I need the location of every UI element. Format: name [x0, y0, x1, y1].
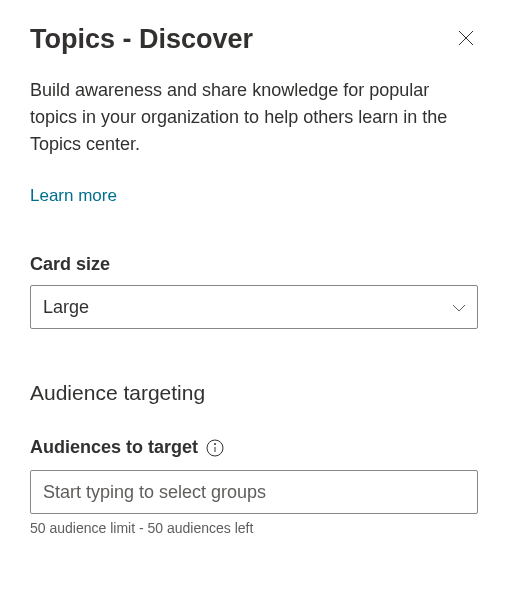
card-size-select-wrapper: Large: [30, 285, 478, 329]
audiences-field-label: Audiences to target: [30, 437, 198, 458]
audiences-label-row: Audiences to target: [30, 437, 478, 458]
card-size-label: Card size: [30, 254, 478, 275]
panel-title: Topics - Discover: [30, 24, 253, 55]
audience-targeting-heading: Audience targeting: [30, 381, 478, 405]
learn-more-link[interactable]: Learn more: [30, 186, 117, 206]
card-size-select[interactable]: Large: [30, 285, 478, 329]
info-icon[interactable]: [206, 439, 224, 457]
card-size-value: Large: [43, 297, 89, 318]
close-button[interactable]: [454, 26, 478, 53]
card-size-section: Card size Large: [30, 254, 478, 329]
svg-point-4: [214, 443, 215, 444]
audiences-input[interactable]: [30, 470, 478, 514]
settings-panel: Topics - Discover Build awareness and sh…: [0, 0, 508, 560]
panel-description: Build awareness and share knowledge for …: [30, 77, 478, 158]
panel-header: Topics - Discover: [30, 24, 478, 55]
close-icon: [458, 30, 474, 49]
audience-targeting-section: Audience targeting Audiences to target 5…: [30, 381, 478, 536]
audiences-hint: 50 audience limit - 50 audiences left: [30, 520, 478, 536]
